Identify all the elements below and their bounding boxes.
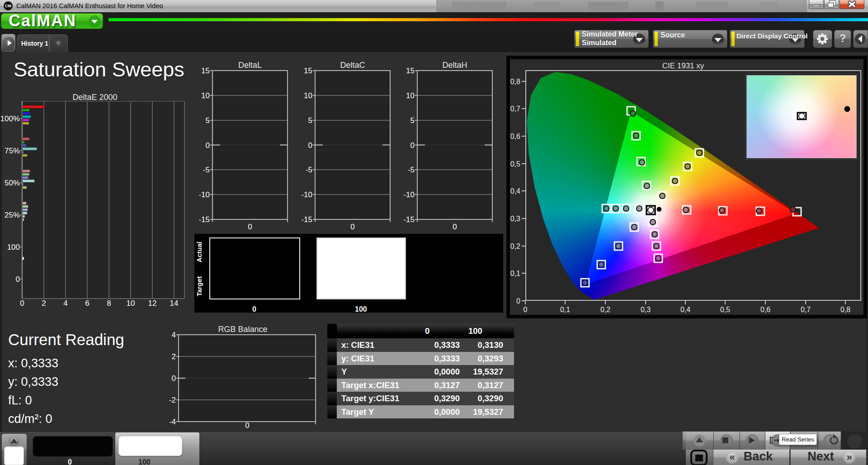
svg-text:4: 4	[63, 299, 67, 308]
svg-text:DeltaE 2000: DeltaE 2000	[72, 93, 117, 102]
svg-text:2: 2	[172, 352, 176, 361]
svg-text:0: 0	[350, 223, 354, 231]
svg-text:15: 15	[304, 66, 312, 75]
svg-text:2: 2	[42, 299, 46, 308]
svg-text:Actual: Actual	[195, 242, 203, 262]
svg-text:0: 0	[516, 297, 520, 305]
svg-text:8: 8	[107, 299, 111, 308]
svg-text:0: 0	[20, 299, 24, 308]
svg-text:5: 5	[206, 116, 210, 125]
svg-text:Target: Target	[195, 276, 203, 297]
svg-text:0,7: 0,7	[510, 105, 520, 113]
svg-text:0,5: 0,5	[720, 306, 730, 313]
svg-text:0,4: 0,4	[510, 187, 520, 195]
svg-text:-15: -15	[198, 215, 210, 224]
svg-text:RGB Balance: RGB Balance	[218, 325, 267, 334]
svg-text:12: 12	[148, 299, 157, 308]
svg-text:-4: -4	[169, 418, 176, 426]
svg-text:14: 14	[170, 299, 179, 308]
svg-text:10: 10	[406, 91, 415, 100]
svg-text:10: 10	[304, 91, 312, 100]
svg-text:0,4: 0,4	[680, 306, 690, 313]
svg-text:0,1: 0,1	[560, 306, 570, 313]
svg-text:15: 15	[201, 66, 210, 75]
svg-text:100: 100	[7, 243, 20, 251]
svg-text:0: 0	[308, 141, 312, 150]
svg-text:-5: -5	[408, 166, 415, 174]
svg-text:50%: 50%	[5, 179, 20, 187]
svg-text:10: 10	[201, 91, 210, 100]
svg-text:-10: -10	[198, 190, 210, 199]
svg-text:75%: 75%	[5, 147, 20, 155]
svg-text:CIE 1931 xy: CIE 1931 xy	[662, 62, 704, 70]
svg-text:0,8: 0,8	[840, 306, 850, 313]
svg-text:0: 0	[453, 223, 457, 231]
svg-text:-15: -15	[403, 215, 415, 224]
svg-text:0,2: 0,2	[600, 306, 610, 313]
svg-text:5: 5	[410, 116, 415, 125]
svg-text:5: 5	[308, 116, 312, 125]
svg-text:-10: -10	[403, 190, 415, 199]
svg-text:0: 0	[16, 275, 20, 284]
svg-text:DeltaH: DeltaH	[442, 61, 467, 70]
svg-text:6: 6	[85, 299, 89, 308]
svg-text:-15: -15	[301, 215, 312, 224]
svg-text:0: 0	[410, 141, 415, 150]
svg-text:DeltaL: DeltaL	[238, 61, 262, 70]
svg-text:25%: 25%	[5, 211, 20, 219]
svg-text:0,6: 0,6	[510, 133, 520, 140]
svg-text:0,2: 0,2	[510, 242, 520, 250]
svg-text:0,5: 0,5	[510, 160, 520, 168]
svg-text:0,3: 0,3	[641, 306, 651, 313]
svg-text:-5: -5	[203, 166, 210, 174]
svg-text:0: 0	[248, 223, 252, 231]
svg-text:0,8: 0,8	[510, 78, 520, 85]
svg-text:0,3: 0,3	[510, 215, 520, 223]
svg-text:0,6: 0,6	[760, 306, 770, 313]
svg-text:-2: -2	[169, 396, 176, 404]
svg-text:0: 0	[206, 141, 210, 150]
svg-text:10: 10	[127, 299, 135, 308]
svg-text:-10: -10	[301, 190, 312, 199]
svg-text:4: 4	[172, 331, 176, 339]
svg-text:0: 0	[172, 374, 176, 383]
svg-text:15: 15	[406, 66, 415, 75]
svg-text:0,7: 0,7	[801, 306, 811, 313]
svg-text:0: 0	[245, 421, 249, 430]
svg-text:DeltaC: DeltaC	[340, 61, 365, 70]
svg-text:-5: -5	[306, 166, 312, 174]
svg-text:0: 0	[524, 306, 528, 313]
svg-text:0,1: 0,1	[510, 270, 520, 277]
svg-text:100%: 100%	[0, 114, 20, 123]
